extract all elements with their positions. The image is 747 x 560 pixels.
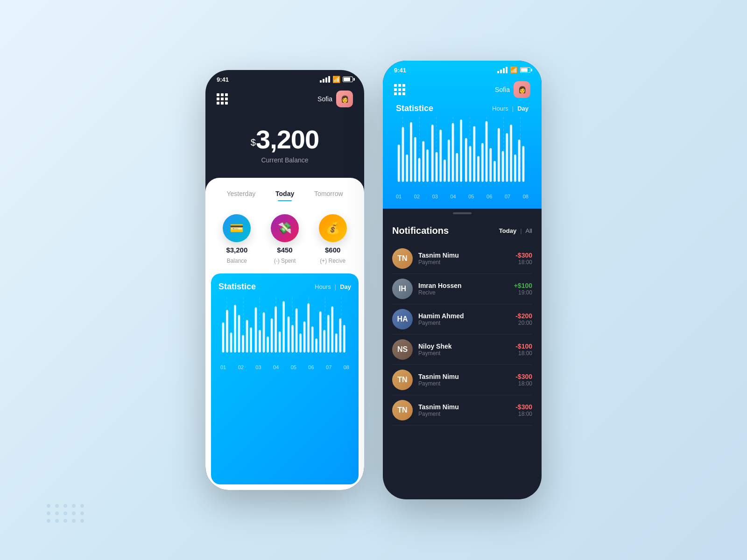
chart-label-7: 07 <box>326 364 331 370</box>
notif-info-5: Tasnim Nimu Payment <box>418 403 510 417</box>
menu-icon-right[interactable] <box>394 84 405 95</box>
svg-rect-21 <box>275 306 277 352</box>
header-right: Sofia 👩 <box>383 77 542 104</box>
menu-icon[interactable] <box>217 93 228 105</box>
chart-labels-right: 01 02 03 04 05 06 07 08 <box>392 192 532 201</box>
notif-time-4: 18:00 <box>515 380 532 387</box>
notif-type-0: Payment <box>418 259 510 266</box>
filter-hours-left[interactable]: Hours <box>315 283 331 290</box>
status-bar-right: 9:41 📶 <box>383 61 542 77</box>
stats-header-right: Statistice Hours | Day <box>392 104 532 113</box>
svg-rect-64 <box>469 146 472 182</box>
notif-name-0: Tasnim Nimu <box>418 252 510 259</box>
notification-item-0[interactable]: TN Tasnim Nimu Payment -$300 18:00 <box>392 244 532 274</box>
avatar-right[interactable]: 👩 <box>514 81 530 98</box>
notif-name-5: Tasnim Nimu <box>418 403 510 411</box>
r-chart-label-3: 03 <box>432 194 438 199</box>
filter-sep-right: | <box>512 105 514 112</box>
notification-item-1[interactable]: IH Imran Hossen Recive +$100 19:00 <box>392 274 532 304</box>
chart-right <box>392 117 532 192</box>
notif-filter-today[interactable]: Today <box>499 227 516 234</box>
notif-type-1: Recive <box>418 289 508 296</box>
svg-rect-30 <box>311 326 314 352</box>
time-right: 9:41 <box>394 67 406 74</box>
filter-hours-right[interactable]: Hours <box>492 105 508 112</box>
spent-icon: 💸 <box>271 214 299 242</box>
notif-name-3: Niloy Shek <box>418 343 510 350</box>
signal-icon <box>320 76 330 83</box>
chart-label-4: 04 <box>273 364 279 370</box>
svg-rect-15 <box>250 328 252 353</box>
svg-rect-25 <box>291 325 294 352</box>
notif-type-3: Payment <box>418 350 510 357</box>
notif-time-2: 20:00 <box>515 320 532 326</box>
stat-spent-value: $450 <box>277 246 292 254</box>
status-icons-right: 📶 <box>497 66 530 74</box>
stat-balance-label: Balance <box>227 258 247 264</box>
svg-rect-27 <box>299 334 302 353</box>
notif-amount-section-1: +$100 19:00 <box>514 282 532 296</box>
svg-rect-22 <box>279 331 281 352</box>
notif-info-4: Tasnim Nimu Payment <box>418 373 510 387</box>
stats-filters-left: Hours | Day <box>315 283 351 290</box>
balance-section: $3,200 Current Balance <box>205 115 364 178</box>
svg-rect-54 <box>426 149 429 182</box>
stats-top-right: Statistice Hours | Day <box>388 104 536 201</box>
svg-rect-55 <box>431 125 434 182</box>
svg-rect-70 <box>493 161 496 182</box>
notification-item-3[interactable]: NS Niloy Shek Payment -$100 18:00 <box>392 335 532 365</box>
notification-item-2[interactable]: HA Hamim Ahmed Payment -$200 20:00 <box>392 304 532 335</box>
svg-rect-68 <box>486 121 488 182</box>
notif-name-4: Tasnim Nimu <box>418 373 510 380</box>
left-phone: 9:41 📶 Sofia 👩 <box>205 70 364 490</box>
notification-item-5[interactable]: TN Tasnim Nimu Payment -$300 18:00 <box>392 395 532 426</box>
notification-item-4[interactable]: TN Tasnim Nimu Payment -$300 18:00 <box>392 365 532 395</box>
balance-label: Current Balance <box>217 156 353 164</box>
currency-symbol: $ <box>251 137 256 147</box>
svg-rect-73 <box>506 133 508 182</box>
r-chart-label-4: 04 <box>450 194 456 199</box>
stat-receive-label: (+) Recive <box>320 258 345 264</box>
notif-filter-all[interactable]: All <box>526 227 532 234</box>
notif-type-4: Payment <box>418 380 510 387</box>
filter-day-left[interactable]: Day <box>340 283 351 290</box>
user-info-right: Sofia 👩 <box>495 81 530 98</box>
stat-spent-label: (-) Spent <box>274 258 296 264</box>
chart-label-3: 03 <box>255 364 261 370</box>
avatar-left[interactable]: 👩 <box>336 91 353 107</box>
svg-rect-53 <box>422 141 424 182</box>
notif-name-1: Imran Hossen <box>418 282 508 289</box>
notif-info-1: Imran Hossen Recive <box>418 282 508 296</box>
tab-today[interactable]: Today <box>270 187 300 200</box>
chart-left <box>218 297 351 363</box>
svg-rect-69 <box>489 148 492 182</box>
svg-rect-23 <box>282 301 285 353</box>
notif-type-5: Payment <box>418 411 510 417</box>
svg-rect-50 <box>410 122 412 182</box>
time-left: 9:41 <box>217 76 229 83</box>
svg-rect-11 <box>234 305 236 352</box>
stat-card-receive: 💰 $600 (+) Recive <box>319 214 347 264</box>
stat-cards: 💳 $3,200 Balance 💸 $450 (-) Spent 💰 $600… <box>205 205 364 273</box>
notif-amount-2: -$200 <box>515 312 532 320</box>
notif-amount-section-3: -$100 18:00 <box>515 343 532 357</box>
tab-tomorrow[interactable]: Tomorrow <box>309 187 348 200</box>
svg-rect-35 <box>331 306 333 352</box>
battery-icon-right <box>520 67 530 73</box>
balance-display: $3,200 <box>217 124 353 154</box>
svg-rect-52 <box>418 158 421 182</box>
right-phone: 9:41 📶 So <box>383 61 542 499</box>
card-section: Yesterday Today Tomorrow 💳 $3,200 Balanc… <box>205 178 364 490</box>
svg-rect-62 <box>460 119 462 182</box>
user-info-left: Sofia 👩 <box>317 91 353 107</box>
r-chart-label-5: 05 <box>468 194 474 199</box>
filter-day-right[interactable]: Day <box>517 105 529 112</box>
svg-rect-37 <box>339 318 341 352</box>
svg-rect-17 <box>259 330 261 352</box>
svg-rect-58 <box>444 160 446 182</box>
tab-yesterday[interactable]: Yesterday <box>221 187 261 200</box>
chart-label-6: 06 <box>308 364 314 370</box>
svg-rect-60 <box>452 123 454 182</box>
notif-info-3: Niloy Shek Payment <box>418 343 510 357</box>
notif-avatar-5: TN <box>392 400 413 420</box>
